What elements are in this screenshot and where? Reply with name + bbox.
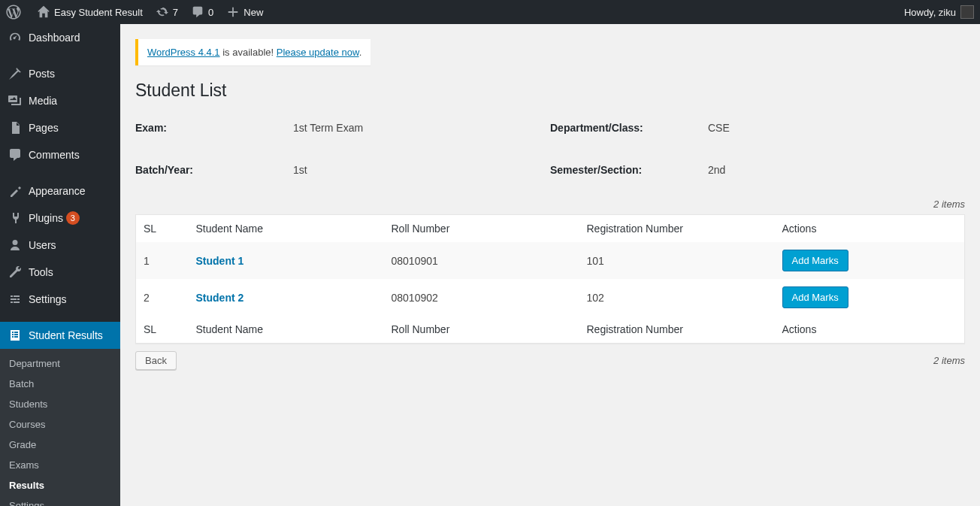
updates-link[interactable]: 7 [149, 0, 184, 24]
menu-label: Tools [29, 266, 53, 278]
col-name-foot: Student Name [189, 316, 384, 344]
admin-sidebar: DashboardPostsMediaPagesCommentsAppearan… [0, 24, 120, 385]
cell-reg: 102 [579, 279, 775, 316]
tools-icon [8, 265, 23, 280]
table-row: 1Student 108010901101Add Marks [136, 242, 965, 279]
add-marks-button[interactable]: Add Marks [782, 250, 848, 271]
comment-icon [8, 147, 23, 162]
submenu: DepartmentBatchStudentsCoursesGradeExams… [0, 349, 120, 385]
notice-tail: . [359, 47, 362, 58]
plugin-icon [8, 211, 23, 226]
comments-count: 0 [208, 7, 213, 18]
cell-roll: 08010901 [384, 242, 579, 279]
page-icon [8, 120, 23, 135]
menu-item-dashboard[interactable]: Dashboard [0, 24, 120, 51]
back-button[interactable]: Back [135, 351, 177, 370]
student-table: SL Student Name Roll Number Registration… [135, 214, 965, 344]
col-sl: SL [136, 215, 189, 243]
pin-icon [8, 66, 23, 81]
site-name: Easy Student Result [54, 7, 143, 18]
submenu-item-batch[interactable]: Batch [0, 374, 120, 385]
home-icon [36, 5, 51, 20]
update-icon [155, 5, 170, 20]
menu-item-settings[interactable]: Settings [0, 286, 120, 313]
menu-label: Pages [29, 122, 59, 134]
col-roll: Roll Number [384, 215, 579, 243]
table-row: 2Student 208010902102Add Marks [136, 279, 965, 316]
menu-item-plugins[interactable]: Plugins3 [0, 205, 120, 232]
cell-sl: 2 [136, 279, 189, 316]
col-actions-foot: Actions [775, 316, 965, 344]
media-icon [8, 93, 23, 108]
menu-item-tools[interactable]: Tools [0, 259, 120, 286]
menu-label: Users [29, 239, 56, 251]
menu-label: Media [29, 95, 57, 107]
menu-label: Comments [29, 149, 80, 161]
avatar [960, 5, 974, 19]
col-reg: Registration Number [579, 215, 775, 243]
filter-summary: Exam: 1st Term Exam Department/Class: CS… [135, 122, 965, 176]
item-count-top: 2 items [135, 198, 965, 210]
wordpress-icon [6, 5, 21, 20]
appearance-icon [8, 183, 23, 198]
comments-link[interactable]: 0 [184, 0, 219, 24]
admin-bar: Easy Student Result 7 0 New Howdy, ziku [0, 0, 980, 24]
col-reg-foot: Registration Number [579, 316, 775, 344]
menu-item-pages[interactable]: Pages [0, 114, 120, 141]
plus-icon [225, 5, 240, 20]
menu-label: Appearance [29, 185, 86, 197]
student-link[interactable]: Student 1 [196, 255, 244, 267]
dashboard-icon [8, 30, 23, 45]
batch-value: 1st [293, 164, 550, 176]
cell-actions: Add Marks [775, 279, 965, 316]
student-link[interactable]: Student 2 [196, 292, 244, 304]
menu-label: Plugins [29, 212, 63, 224]
update-now-link[interactable]: Please update now [277, 47, 359, 58]
menu-item-media[interactable]: Media [0, 87, 120, 114]
col-name: Student Name [189, 215, 384, 243]
notice-middle: is available! [220, 47, 277, 58]
menu-label: Student Results [29, 329, 103, 341]
col-roll-foot: Roll Number [384, 316, 579, 344]
my-account-link[interactable]: Howdy, ziku [898, 0, 980, 24]
howdy-text: Howdy, ziku [904, 7, 956, 18]
settings-icon [8, 292, 23, 307]
batch-label: Batch/Year: [135, 164, 293, 176]
main-content: WordPress 4.4.1 is available! Please upd… [120, 24, 980, 385]
col-sl-foot: SL [136, 316, 189, 344]
results-icon [8, 328, 23, 343]
item-count-bottom: 2 items [933, 355, 965, 366]
cell-roll: 08010902 [384, 279, 579, 316]
updates-count: 7 [173, 7, 178, 18]
cell-reg: 101 [579, 242, 775, 279]
users-icon [8, 238, 23, 253]
cell-name: Student 2 [189, 279, 384, 316]
menu-label: Dashboard [29, 32, 80, 44]
dept-value: CSE [708, 122, 965, 134]
col-actions: Actions [775, 215, 965, 243]
cell-sl: 1 [136, 242, 189, 279]
sem-label: Semester/Section: [550, 164, 708, 176]
wp-version-link[interactable]: WordPress 4.4.1 [147, 47, 220, 58]
submenu-item-department[interactable]: Department [0, 353, 120, 374]
exam-value: 1st Term Exam [293, 122, 550, 134]
new-label: New [243, 7, 263, 18]
update-badge: 3 [66, 211, 80, 225]
dept-label: Department/Class: [550, 122, 708, 134]
menu-item-appearance[interactable]: Appearance [0, 177, 120, 205]
menu-label: Settings [29, 293, 67, 305]
page-title: Student List [135, 80, 965, 101]
new-content-link[interactable]: New [219, 0, 269, 24]
menu-label: Posts [29, 68, 55, 80]
menu-item-users[interactable]: Users [0, 232, 120, 259]
site-name-link[interactable]: Easy Student Result [30, 0, 149, 24]
wp-logo[interactable] [0, 0, 30, 24]
cell-actions: Add Marks [775, 242, 965, 279]
menu-item-comments[interactable]: Comments [0, 141, 120, 168]
menu-item-posts[interactable]: Posts [0, 60, 120, 87]
cell-name: Student 1 [189, 242, 384, 279]
sem-value: 2nd [708, 164, 965, 176]
add-marks-button[interactable]: Add Marks [782, 286, 848, 308]
comment-icon [190, 5, 205, 20]
menu-item-student-results[interactable]: Student Results [0, 322, 120, 349]
